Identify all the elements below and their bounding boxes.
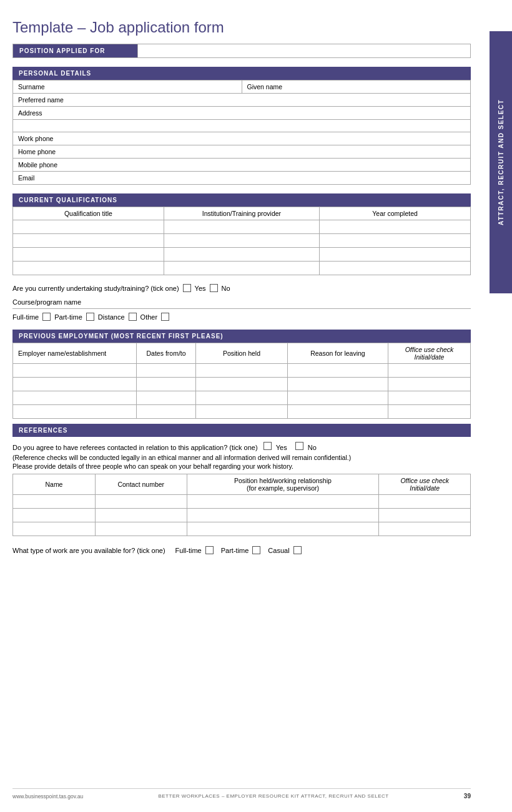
table-row: Preferred name (13, 94, 471, 107)
email-label: Email (13, 172, 471, 185)
footer-center: BETTER WORKPLACES – EMPLOYER RESOURCE KI… (158, 793, 388, 799)
home-phone-label: Home phone (13, 145, 471, 159)
page-title: Template – Job application form (12, 19, 471, 36)
emp-col-dates: Dates from/to (136, 343, 195, 364)
distance-label: Distance (98, 313, 125, 321)
references-section: REFERENCES Do you agree to have referees… (12, 424, 471, 536)
work-availability-section: What type of work are you available for?… (12, 542, 471, 558)
position-applied-for-section: POSITION APPLIED FOR (12, 44, 471, 58)
current-qualifications-section: CURRENT QUALIFICATIONS Qualification tit… (12, 193, 471, 275)
ref-col-office: Office use checkInitial/date (379, 474, 471, 495)
qual-col-institution: Institution/Training provider (164, 207, 319, 220)
table-row: Surname Given name (13, 81, 471, 94)
other-label: Other (140, 313, 158, 321)
references-header: REFERENCES (12, 424, 471, 437)
table-row: Employer name/establishment Dates from/t… (13, 343, 471, 364)
work-full-time-checkbox[interactable] (205, 546, 214, 554)
personal-details-table: Surname Given name Preferred name Addres… (12, 80, 471, 185)
work-availability-question: What type of work are you available for?… (12, 547, 165, 554)
qual-col-title: Qualification title (13, 207, 164, 220)
table-row (13, 509, 471, 522)
qualifications-table: Qualification title Institution/Training… (12, 207, 471, 275)
work-part-time-label: Part-time (221, 547, 249, 554)
table-row (13, 120, 471, 132)
table-row (13, 495, 471, 509)
address-extra (13, 120, 471, 132)
given-name-label: Given name (242, 81, 471, 94)
ref-no-checkbox[interactable] (295, 442, 303, 450)
personal-details-header: PERSONAL DETAILS (12, 67, 471, 80)
position-header: POSITION APPLIED FOR (13, 44, 138, 58)
part-time-checkbox[interactable] (86, 313, 94, 321)
yes-checkbox[interactable] (183, 284, 191, 292)
table-row (13, 248, 471, 262)
ref-no-label: No (308, 444, 317, 451)
ref-col-contact: Contact number (95, 474, 187, 495)
study-training-question: Are you currently undertaking study/trai… (12, 285, 179, 292)
work-full-time-label: Full-time (175, 547, 202, 554)
course-program-label: Course/program name (12, 298, 81, 306)
ref-yes-label: Yes (276, 444, 287, 451)
table-row: Name Contact number Position held/workin… (13, 474, 471, 495)
ref-col-position: Position held/working relationship(for e… (187, 474, 379, 495)
table-row: Qualification title Institution/Training… (13, 207, 471, 220)
table-row (13, 405, 471, 419)
no-checkbox[interactable] (210, 284, 218, 292)
work-availability-row: What type of work are you available for?… (12, 546, 471, 554)
table-row (13, 234, 471, 248)
mobile-phone-label: Mobile phone (13, 159, 471, 172)
footer-right: 39 (464, 793, 471, 800)
course-program-row: Course/program name (12, 296, 471, 309)
other-checkbox[interactable] (161, 313, 169, 321)
emp-col-office: Office use checkInitial/date (388, 343, 471, 364)
emp-col-position: Position held (196, 343, 288, 364)
emp-col-reason: Reason for leaving (287, 343, 388, 364)
table-row (13, 522, 471, 536)
ref-yes-checkbox[interactable] (263, 442, 272, 450)
personal-details-section: PERSONAL DETAILS Surname Given name Pref… (12, 67, 471, 185)
work-phone-label: Work phone (13, 132, 471, 145)
table-row (13, 391, 471, 405)
references-table: Name Contact number Position held/workin… (12, 474, 471, 536)
table-row: Email (13, 172, 471, 185)
table-row: Mobile phone (13, 159, 471, 172)
table-row: Address (13, 107, 471, 120)
preferred-name-label: Preferred name (13, 94, 471, 107)
table-row (13, 262, 471, 275)
full-time-checkbox[interactable] (42, 313, 51, 321)
table-row (13, 378, 471, 391)
employment-table: Employer name/establishment Dates from/t… (12, 343, 471, 419)
references-question-row: Do you agree to have referees contacted … (12, 437, 471, 454)
table-row: Work phone (13, 132, 471, 145)
employment-header: PREVIOUS EMPLOYMENT (MOST RECENT FIRST P… (12, 330, 471, 343)
full-time-label: Full-time (12, 313, 39, 321)
references-note1: (Reference checks will be conducted lega… (12, 454, 471, 461)
table-row (13, 364, 471, 378)
table-row (13, 220, 471, 234)
study-training-section: Are you currently undertaking study/trai… (12, 280, 471, 325)
address-label: Address (13, 107, 471, 120)
work-casual-label: Casual (268, 547, 289, 554)
qualifications-header: CURRENT QUALIFICATIONS (12, 193, 471, 207)
footer: www.businesspoint.tas.gov.au BETTER WORK… (12, 788, 471, 800)
work-part-time-checkbox[interactable] (252, 546, 260, 554)
work-casual-checkbox[interactable] (293, 546, 302, 554)
part-time-label: Part-time (54, 313, 82, 321)
references-question: Do you agree to have referees contacted … (12, 444, 258, 451)
references-note2: Please provide details of three people w… (12, 462, 471, 470)
footer-left: www.businesspoint.tas.gov.au (12, 793, 83, 800)
qual-col-year: Year completed (320, 207, 471, 220)
distance-checkbox[interactable] (129, 313, 137, 321)
position-value-cell[interactable] (138, 44, 471, 58)
surname-label: Surname (13, 81, 242, 94)
side-tab: ATTRACT, RECRUIT AND SELECT (490, 31, 512, 293)
previous-employment-section: PREVIOUS EMPLOYMENT (MOST RECENT FIRST P… (12, 330, 471, 419)
ref-col-name: Name (13, 474, 96, 495)
table-row: Home phone (13, 145, 471, 159)
no-label: No (222, 285, 230, 292)
study-training-row: Are you currently undertaking study/trai… (12, 284, 471, 292)
study-mode-row: Full-time Part-time Distance Other (12, 313, 471, 321)
emp-col-name: Employer name/establishment (13, 343, 137, 364)
yes-label: Yes (195, 285, 206, 292)
